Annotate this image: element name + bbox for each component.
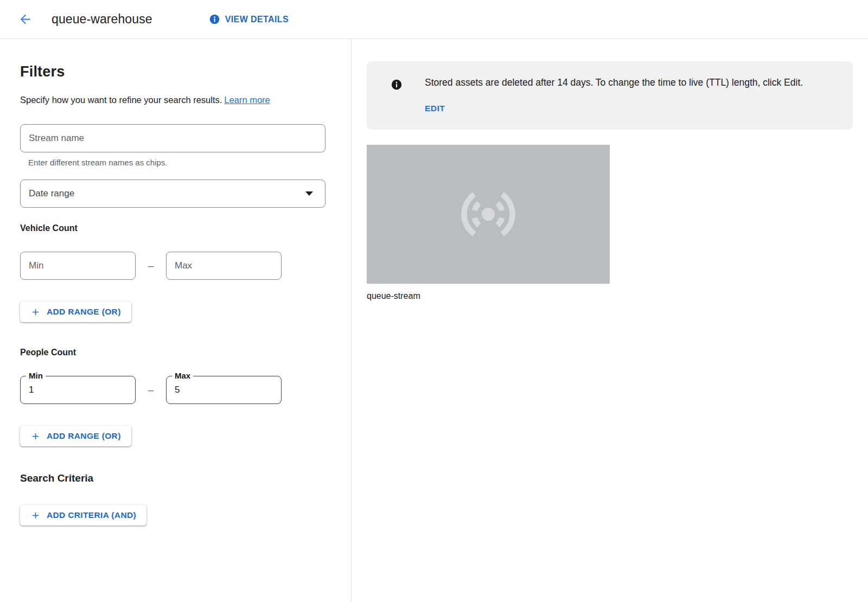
people-count-range-row: Min – Max — [20, 376, 325, 404]
info-icon-dark — [391, 79, 403, 113]
vehicle-count-label: Vehicle Count — [20, 223, 325, 233]
filters-description-text: Specify how you want to refine your sear… — [20, 95, 222, 105]
people-count-max-label: Max — [172, 371, 193, 380]
chevron-down-icon — [305, 191, 313, 196]
back-button[interactable] — [14, 9, 36, 30]
stream-name-helper: Enter different stream names as chips. — [28, 158, 325, 167]
content-panel: Stored assets are deleted after 14 days.… — [352, 39, 868, 602]
edit-button[interactable]: EDIT — [425, 104, 445, 113]
stream-name-caption: queue-stream — [367, 291, 853, 301]
vehicle-add-range-button[interactable]: ADD RANGE (OR) — [20, 302, 131, 322]
range-separator: – — [136, 260, 166, 272]
plus-icon — [30, 307, 41, 317]
people-count-min-field: Min — [20, 376, 136, 404]
filters-title: Filters — [20, 63, 325, 80]
vehicle-count-range-row: – — [20, 252, 325, 280]
filters-description: Specify how you want to refine your sear… — [20, 95, 325, 105]
live-stream-icon — [454, 180, 522, 248]
learn-more-link[interactable]: Learn more — [224, 95, 270, 105]
people-count-min-label: Min — [26, 371, 46, 380]
plus-icon — [30, 431, 41, 441]
search-criteria-heading: Search Criteria — [20, 472, 325, 484]
info-icon — [209, 14, 220, 25]
date-range-select[interactable]: Date range — [20, 180, 326, 208]
range-separator: – — [136, 384, 166, 396]
people-count-label: People Count — [20, 348, 325, 357]
view-details-button[interactable]: VIEW DETAILS — [209, 14, 289, 25]
stream-thumbnail[interactable] — [367, 145, 610, 284]
add-criteria-label: ADD CRITERIA (AND) — [47, 510, 136, 520]
ttl-banner-message: Stored assets are deleted after 14 days.… — [425, 74, 803, 91]
vehicle-count-min-input[interactable] — [20, 252, 136, 280]
people-count-max-field: Max — [166, 376, 282, 404]
plus-icon — [30, 510, 41, 521]
date-range-label: Date range — [29, 188, 74, 199]
ttl-banner: Stored assets are deleted after 14 days.… — [367, 61, 853, 130]
stream-name-input[interactable] — [20, 124, 326, 152]
filters-panel: Filters Specify how you want to refine y… — [0, 39, 352, 602]
view-details-label: VIEW DETAILS — [225, 15, 289, 24]
page-title: queue-warehouse — [52, 12, 152, 27]
people-add-range-label: ADD RANGE (OR) — [47, 431, 121, 441]
vehicle-add-range-label: ADD RANGE (OR) — [47, 307, 121, 317]
back-arrow-icon — [18, 12, 33, 27]
people-add-range-button[interactable]: ADD RANGE (OR) — [20, 426, 131, 446]
vehicle-count-max-input[interactable] — [166, 252, 282, 280]
add-criteria-button[interactable]: ADD CRITERIA (AND) — [20, 505, 146, 526]
top-bar: queue-warehouse VIEW DETAILS — [0, 0, 868, 39]
